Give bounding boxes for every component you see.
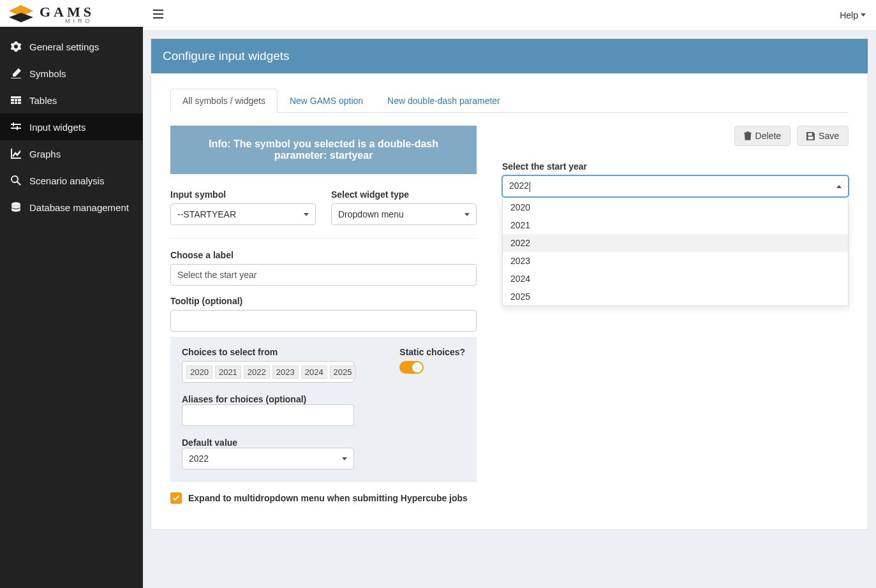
widget-type-value: Dropdown menu [338, 209, 404, 219]
choice-chip[interactable]: 2025 [330, 365, 356, 379]
nav-label: Symbols [29, 68, 66, 79]
caret-down-icon [342, 457, 347, 460]
default-value: 2022 [189, 453, 209, 464]
choose-label-label: Choose a label [170, 250, 477, 260]
sidebar-item-general-settings[interactable]: General settings [0, 33, 143, 60]
logo-icon [8, 5, 34, 23]
start-year-combobox[interactable]: 2022 2020 2021 2022 2023 2024 [502, 175, 849, 197]
choice-chip[interactable]: 2021 [215, 365, 241, 379]
caret-up-icon [836, 185, 842, 188]
table-icon [10, 94, 22, 106]
database-icon [10, 202, 22, 213]
nav-label: Input widgets [29, 122, 85, 133]
save-label: Save [819, 131, 839, 141]
toggle-knob [412, 362, 422, 372]
start-year-input[interactable]: 2022 [502, 175, 849, 197]
widget-type-label: Select widget type [331, 189, 477, 200]
expand-multidropdown-checkbox[interactable] [170, 492, 182, 504]
chart-icon [10, 148, 22, 159]
input-symbol-select[interactable]: --STARTYEAR [170, 203, 316, 225]
sidebar-item-symbols[interactable]: Symbols [0, 60, 143, 87]
default-value-label: Default value [182, 437, 237, 448]
help-label: Help [840, 10, 858, 20]
logo: GAMS MIRO [0, 0, 143, 27]
tooltip-field[interactable] [177, 316, 470, 326]
choices-panel: Choices to select from 2020 2021 2022 20… [170, 337, 477, 482]
sidebar-item-graphs[interactable]: Graphs [0, 140, 143, 167]
start-year-dropdown: 2020 2021 2022 2023 2024 2025 [502, 198, 849, 306]
delete-button[interactable]: Delete [734, 126, 791, 146]
expand-multidropdown-label: Expand to multidropdown menu when submit… [188, 493, 468, 503]
dropdown-option[interactable]: 2022 [503, 234, 848, 252]
choice-chip[interactable]: 2020 [186, 365, 212, 379]
aliases-label: Aliases for choices (optional) [182, 394, 306, 404]
check-icon [172, 494, 180, 502]
aliases-input[interactable] [182, 404, 354, 426]
preview-label: Select the start year [502, 161, 849, 172]
choices-input[interactable]: 2020 2021 2022 2023 2024 2025 [182, 361, 354, 383]
dropdown-option[interactable]: 2023 [503, 252, 848, 270]
input-symbol-label: Input symbol [170, 189, 316, 200]
nav-label: Database management [29, 202, 129, 213]
dropdown-option[interactable]: 2024 [503, 270, 848, 288]
panel: Configure input widgets All symbols / wi… [151, 38, 868, 530]
sidebar: GAMS MIRO General settings Symbols Table… [0, 0, 143, 588]
svg-marker-1 [9, 13, 33, 22]
default-value-select[interactable]: 2022 [182, 448, 354, 469]
caret-down-icon [861, 13, 866, 17]
widget-type-select[interactable]: Dropdown menu [331, 203, 477, 225]
caret-down-icon [464, 213, 470, 216]
logo-sub: MIRO [65, 18, 94, 24]
caret-down-icon [304, 213, 309, 216]
dropdown-option[interactable]: 2021 [503, 216, 848, 234]
help-menu[interactable]: Help [840, 10, 866, 20]
panel-title: Configure input widgets [151, 39, 868, 73]
static-choices-toggle[interactable] [399, 361, 424, 374]
svg-point-2 [11, 202, 20, 206]
sidebar-item-database-management[interactable]: Database management [0, 194, 143, 221]
save-icon [806, 132, 815, 140]
choice-chip[interactable]: 2023 [272, 365, 299, 379]
choices-label: Choices to select from [182, 347, 354, 357]
sidebar-item-tables[interactable]: Tables [0, 87, 143, 114]
choice-chip[interactable]: 2024 [301, 365, 327, 379]
gear-icon [10, 41, 22, 52]
tooltip-input[interactable] [170, 310, 477, 332]
choice-chip[interactable]: 2022 [244, 365, 270, 379]
tooltip-label: Tooltip (optional) [170, 296, 477, 306]
nav: General settings Symbols Tables Input wi… [0, 27, 143, 221]
nav-label: General settings [29, 41, 99, 52]
nav-label: Graphs [29, 149, 61, 159]
save-button[interactable]: Save [797, 126, 849, 146]
tab-new-gams-option[interactable]: New GAMS option [278, 89, 375, 113]
trash-icon [744, 131, 752, 140]
tab-all-symbols[interactable]: All symbols / widgets [170, 89, 278, 113]
dropdown-option[interactable]: 2025 [503, 288, 848, 305]
topbar: Help [143, 0, 876, 31]
dropdown-option[interactable]: 2020 [503, 198, 848, 216]
sidebar-item-scenario-analysis[interactable]: Scenario analysis [0, 167, 143, 194]
sidebar-item-input-widgets[interactable]: Input widgets [0, 114, 143, 140]
hamburger-button[interactable] [153, 10, 163, 20]
info-box: Info: The symbol you selected is a doubl… [170, 126, 477, 174]
input-symbol-value: --STARTYEAR [177, 209, 236, 219]
edit-icon [10, 68, 22, 79]
nav-label: Tables [29, 95, 57, 106]
sliders-icon [10, 121, 22, 133]
choose-label-field[interactable] [177, 270, 470, 280]
static-choices-label: Static choices? [399, 347, 465, 357]
delete-label: Delete [755, 131, 781, 141]
choose-label-input[interactable] [170, 264, 477, 286]
nav-label: Scenario analysis [29, 175, 105, 186]
hamburger-icon [153, 10, 163, 18]
start-year-value: 2022 [509, 180, 530, 191]
tabs: All symbols / widgets New GAMS option Ne… [170, 89, 849, 113]
tab-new-double-dash[interactable]: New double-dash parameter [375, 89, 512, 113]
search-icon [10, 175, 22, 186]
